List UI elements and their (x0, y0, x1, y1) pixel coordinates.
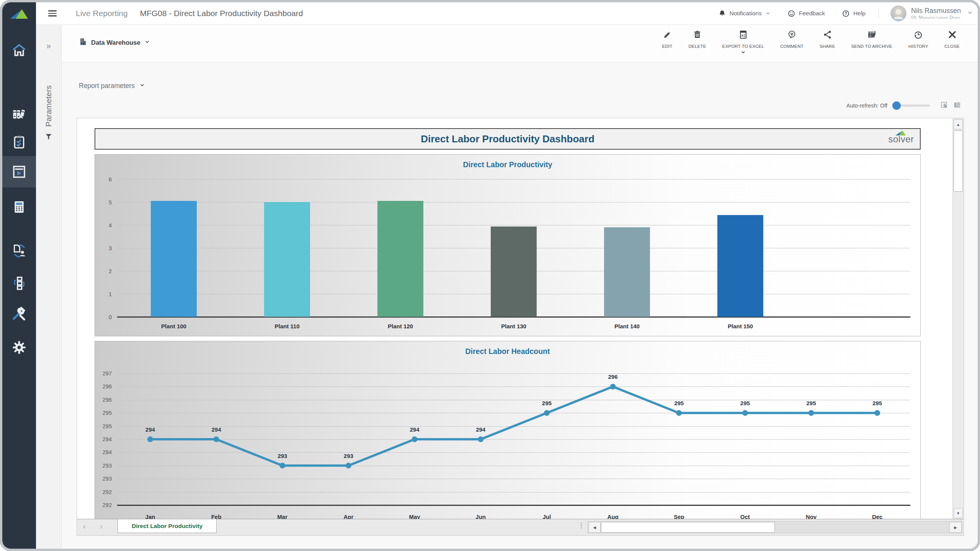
action-label: CLOSE (944, 44, 960, 49)
report-toolbar: Data Warehouse EDITDELETEXEXPORT TO EXCE… (61, 24, 978, 62)
scroll-right-button[interactable]: ▶ (949, 522, 962, 533)
pencil-icon (663, 30, 672, 41)
sidebar-item-live-reporting[interactable] (2, 156, 36, 187)
sidebar-item-collaboration[interactable] (2, 237, 36, 264)
sidebar-item-administration[interactable] (2, 301, 36, 328)
auto-refresh-slider[interactable] (893, 104, 930, 107)
report-parameters-toggle[interactable]: Report parameters (79, 82, 145, 90)
month-label: Feb (211, 514, 222, 519)
send-to-archive-button[interactable]: SEND TO ARCHIVE (843, 30, 900, 56)
smiley-icon (787, 10, 795, 18)
scrollbar-resize-handle[interactable] (581, 523, 582, 528)
data-point-label: 296 (608, 373, 617, 380)
solver-logo-icon[interactable] (2, 6, 36, 23)
sidebar-item-settings[interactable] (2, 334, 36, 361)
bar-category-label: Plant 120 (388, 323, 413, 329)
data-point-label: 294 (211, 426, 221, 433)
live-report-icon (11, 164, 27, 179)
tab-scroll-right-button[interactable]: › (100, 522, 103, 531)
data-point-label: 294 (145, 426, 155, 433)
action-label: EDIT (662, 44, 673, 49)
tab-scroll-left-button[interactable]: ‹ (83, 522, 86, 531)
popout-icon[interactable] (940, 101, 948, 110)
user-tenant: 09. Manufacturing Demo (911, 15, 961, 20)
y-axis-tick-label: 293 (103, 463, 112, 469)
history-button[interactable]: HISTORY (900, 30, 936, 56)
feedback-button[interactable]: Feedback (787, 10, 825, 18)
headcount-line-series (117, 373, 910, 505)
report-viewport: Direct Labor Productivity Dashboard solv… (77, 118, 964, 520)
horizontal-scrollbar[interactable]: ◀ ▶ (588, 521, 962, 533)
clipboard-check-icon (11, 134, 27, 150)
user-menu[interactable]: Nils Rasmussen 09. Manufacturing Demo (911, 7, 961, 20)
y-axis-tick-label: 296 (103, 397, 112, 403)
close-button[interactable]: CLOSE (936, 30, 968, 56)
action-label: SEND TO ARCHIVE (851, 44, 892, 49)
action-label: EXPORT TO EXCEL (722, 44, 764, 49)
bar-chart-plot: 6543210 (117, 179, 910, 317)
month-label: Sep (674, 514, 684, 519)
month-label: Jun (475, 514, 486, 519)
gear-icon (11, 340, 27, 355)
bar-category-label: Plant 110 (274, 323, 299, 329)
y-axis-tick-label: 0 (109, 314, 112, 320)
action-label: DELETE (689, 44, 706, 49)
y-axis-tick-label: 6 (109, 176, 112, 183)
help-button[interactable]: ? Help (842, 10, 866, 18)
tools-icon (11, 306, 27, 322)
table-view-icon[interactable] (953, 101, 961, 110)
data-warehouse-selector[interactable]: Data Warehouse (79, 37, 150, 47)
data-point-label: 295 (542, 400, 552, 406)
scroll-down-button[interactable]: ▼ (954, 508, 963, 518)
sidebar-item-archive[interactable] (2, 101, 36, 127)
sidebar-item-assignments[interactable] (2, 129, 36, 155)
line-chart-panel: Direct Labor Headcount 29729629629529529… (95, 341, 921, 519)
vertical-scroll-thumb[interactable] (954, 130, 963, 192)
scroll-up-button[interactable]: ▲ (954, 119, 963, 129)
y-axis-tick-label: 1 (109, 291, 112, 297)
sheet-tab-direct-labor-productivity[interactable]: Direct Labor Productivity (118, 519, 217, 533)
topbar-divider (879, 8, 879, 19)
building-icon (79, 37, 87, 47)
vertical-scrollbar[interactable]: ▲ ▼ (952, 118, 964, 519)
solver-watermark: solver (887, 130, 915, 144)
archive-icon (867, 30, 877, 41)
share-button[interactable]: SHARE (812, 30, 843, 56)
help-icon: ? (842, 10, 850, 18)
topbar: Live Reporting MFG08 - Direct Labor Prod… (36, 2, 978, 25)
dashboard-title: Direct Labor Productivity Dashboard (95, 129, 920, 149)
export-to-excel-button[interactable]: XEXPORT TO EXCEL (714, 30, 773, 56)
breadcrumb-section[interactable]: Live Reporting (76, 9, 127, 18)
doc-sync-icon (11, 243, 27, 258)
edit-button[interactable]: EDIT (654, 30, 681, 56)
slider-knob[interactable] (892, 101, 901, 110)
data-point-label: 295 (740, 400, 750, 406)
comment-button[interactable]: COMMENT (772, 30, 812, 56)
topbar-right: Notifications Feedback ? Help Nils Rasmu… (701, 5, 978, 21)
svg-text:?: ? (844, 11, 847, 16)
auto-refresh-label: Auto-refresh: Off (846, 103, 887, 109)
parameters-panel: » Parameters (36, 24, 62, 549)
filter-icon[interactable] (36, 132, 61, 141)
sidebar-item-process[interactable] (2, 270, 36, 297)
app-window: Live Reporting MFG08 - Direct Labor Prod… (2, 2, 978, 549)
user-name: Nils Rasmussen (911, 7, 961, 15)
y-axis-tick-label: 294 (103, 436, 112, 442)
process-icon (11, 276, 27, 291)
share-icon (823, 30, 832, 41)
gridline (117, 225, 910, 225)
chevron-down-icon[interactable] (967, 10, 973, 17)
sidebar-item-budgeting[interactable] (2, 194, 36, 220)
sidebar-item-home[interactable] (2, 37, 36, 64)
delete-button[interactable]: DELETE (681, 30, 714, 56)
scroll-left-button[interactable]: ◀ (588, 522, 601, 533)
notifications-button[interactable]: Notifications (718, 10, 771, 18)
horizontal-scroll-thumb[interactable] (601, 522, 775, 533)
hamburger-menu-icon[interactable] (48, 9, 57, 18)
auto-refresh-control: Auto-refresh: Off (846, 101, 961, 110)
user-avatar[interactable] (890, 5, 906, 21)
month-label: Mar (277, 514, 287, 519)
line-chart-category-axis: JanFebMarAprMayJunJulAugSepOctNovDec (117, 511, 910, 519)
month-label: Aug (607, 514, 618, 519)
expand-panel-button[interactable]: » (36, 41, 61, 51)
